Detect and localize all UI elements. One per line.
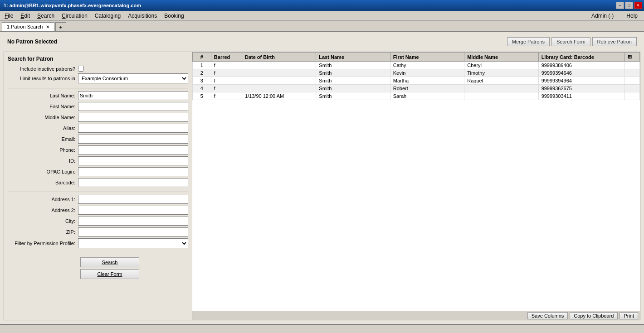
phone-input[interactable] [78,145,188,154]
copy-clipboard-button[interactable]: Copy to Clipboard [570,312,618,319]
phone-row: Phone: [8,145,188,154]
tab-bar: 1 Patron Search ✕ + [0,21,644,32]
patron-results-table: # Barred Date of Birth Last Name First N… [192,52,640,100]
tab-patron-search[interactable]: 1 Patron Search ✕ [2,22,54,31]
cell-middle [464,85,538,92]
middle-name-input[interactable] [78,113,188,122]
limit-results-row: Limit results to patrons in Example Cons… [8,73,188,83]
window-title: 1: admin@BR1-winxpvmfx.phasefx.evergreen… [2,3,141,8]
cell-barred: f [211,77,242,85]
close-button[interactable]: ✕ [634,2,642,9]
clear-form-button[interactable]: Clear Form [80,269,139,279]
cell-last: Smith [316,92,390,100]
include-inactive-checkbox[interactable] [78,66,84,72]
table-row[interactable]: 4 f Smith Robert 99999362675 [193,85,640,92]
merge-patrons-button[interactable]: Merge Patrons [507,37,550,46]
cell-first: Martha [390,77,464,85]
table-row[interactable]: 1 f Smith Cathy Cheryl 99999389406 [193,62,640,69]
cell-first: Sarah [390,92,464,100]
cell-barred: f [211,85,242,92]
opac-login-input[interactable] [78,167,188,176]
cell-middle: Timothy [464,69,538,77]
admin-menu[interactable]: Admin (-) [588,12,617,20]
search-form-button[interactable]: Search Form [551,37,590,46]
results-table-area: # Barred Date of Birth Last Name First N… [192,52,640,311]
city-label: City: [8,218,78,224]
form-buttons: Search Clear Form [8,257,188,279]
address1-input[interactable] [78,195,188,204]
retrieve-patron-button[interactable]: Retrieve Patron [592,37,637,46]
cell-dob [242,69,316,77]
middle-name-label: Middle Name: [8,115,78,120]
cell-icon [625,69,640,77]
filter-permission-label: Filter by Permission Profile: [8,241,78,246]
menu-edit[interactable]: Edit [17,11,34,20]
table-row[interactable]: 5 f 1/13/90 12:00 AM Smith Sarah 9999930… [193,92,640,100]
alias-row: Alias: [8,124,188,133]
last-name-input[interactable] [78,91,188,100]
col-header-barred[interactable]: Barred [211,53,242,62]
cell-barcode: 99999394646 [538,69,625,77]
limit-results-label: Limit results to patrons in [8,76,78,81]
col-header-last[interactable]: Last Name [316,53,390,62]
cell-dob [242,62,316,69]
menu-acquisitions[interactable]: Acquisitions [124,11,161,20]
menu-search[interactable]: Search [34,11,58,20]
search-panel: Search for Patron Include inactive patro… [4,52,192,320]
search-button[interactable]: Search [80,257,139,267]
table-row[interactable]: 3 f Smith Martha Raquel 99999394964 [193,77,640,85]
header-buttons: Merge Patrons Search Form Retrieve Patro… [507,37,637,46]
barcode-label: Barcode: [8,180,78,185]
alias-input[interactable] [78,124,188,133]
col-header-icon[interactable]: ⊞ [625,53,640,62]
cell-num: 4 [193,85,211,92]
barcode-input[interactable] [78,178,188,187]
phone-label: Phone: [8,147,78,153]
window-controls: − □ ✕ [616,2,642,9]
col-header-barcode[interactable]: Library Card: Barcode [538,53,625,62]
cell-barcode: 99999394964 [538,77,625,85]
col-header-middle[interactable]: Middle Name [464,53,538,62]
id-label: ID: [8,158,78,164]
help-menu[interactable]: Help [623,12,641,20]
minimize-button[interactable]: − [616,2,624,9]
status-bar [0,324,644,333]
menu-booking[interactable]: Booking [161,11,187,20]
last-name-label: Last Name: [8,93,78,98]
table-row[interactable]: 2 f Smith Kevin Timothy 99999394646 [193,69,640,77]
filter-permission-select[interactable] [78,238,188,248]
tab-add-button[interactable]: + [55,22,66,31]
cell-last: Smith [316,77,390,85]
col-header-first[interactable]: First Name [390,53,464,62]
cell-middle: Cheryl [464,62,538,69]
cell-num: 2 [193,69,211,77]
address2-row: Address 2: [8,206,188,215]
cell-middle: Raquel [464,77,538,85]
address2-input[interactable] [78,206,188,215]
col-header-num[interactable]: # [193,53,211,62]
first-name-input[interactable] [78,102,188,111]
address1-label: Address 1: [8,197,78,202]
cell-num: 1 [193,62,211,69]
middle-name-row: Middle Name: [8,113,188,122]
cell-first: Robert [390,85,464,92]
print-button[interactable]: Print [620,312,638,319]
cell-barcode: 99999303411 [538,92,625,100]
opac-login-label: OPAC Login: [8,169,78,174]
save-columns-button[interactable]: Save Columns [527,312,568,319]
zip-input[interactable] [78,227,188,236]
cell-icon [625,85,640,92]
tab-close-icon[interactable]: ✕ [46,24,49,29]
email-input[interactable] [78,135,188,144]
id-input[interactable] [78,156,188,165]
menu-file[interactable]: File [1,11,17,20]
menu-cataloging[interactable]: Cataloging [91,11,124,20]
split-area: Search for Patron Include inactive patro… [4,52,640,320]
col-header-dob[interactable]: Date of Birth [242,53,316,62]
cell-icon [625,92,640,100]
restore-button[interactable]: □ [625,2,633,9]
city-input[interactable] [78,217,188,226]
menu-circulation[interactable]: Circulation [58,11,91,20]
consortium-select[interactable]: Example Consortium [78,73,188,83]
cell-icon [625,77,640,85]
